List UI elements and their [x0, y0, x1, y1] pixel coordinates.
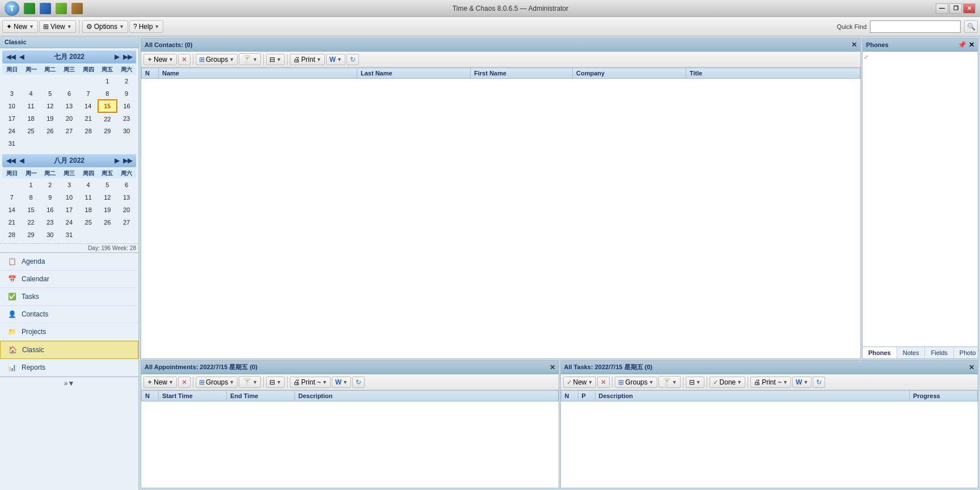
july-day-7[interactable]: 7 — [79, 87, 98, 100]
tasks-groups-button[interactable]: ⊞ Groups ▼ — [615, 377, 657, 388]
aug-day-6[interactable]: 6 — [117, 179, 136, 191]
appt-new-button[interactable]: ✦ New ▼ — [143, 377, 177, 388]
appt-print-button[interactable]: 🖨 Print ~ ▼ — [290, 377, 331, 388]
phones-pin-icon[interactable]: 📌 — [958, 41, 966, 49]
appointments-panel-close[interactable]: ✕ — [550, 364, 555, 371]
view-menu-button[interactable]: ⊞ View ▼ — [39, 20, 76, 33]
july-day-10[interactable]: 10 — [2, 100, 22, 112]
sidebar-item-tasks[interactable]: ✅ Tasks — [0, 288, 138, 306]
appt-filter-button[interactable]: 🍸 ▼ — [239, 376, 261, 388]
aug-day-4[interactable]: 4 — [79, 179, 98, 191]
aug-day-1[interactable]: 1 — [22, 179, 41, 191]
tasks-word-button[interactable]: W ▼ — [792, 377, 812, 388]
aug-day-14[interactable]: 14 — [2, 204, 22, 216]
july-day-18[interactable]: 18 — [22, 112, 41, 125]
july-day-15[interactable]: 15 — [98, 100, 117, 112]
july-day-29[interactable]: 29 — [98, 125, 117, 137]
sidebar-item-contacts[interactable]: 👤 Contacts — [0, 306, 138, 323]
quick-find-button[interactable]: 🔍 — [964, 20, 978, 33]
aug-day-8[interactable]: 8 — [22, 191, 41, 204]
july-day-28[interactable]: 28 — [79, 125, 98, 137]
aug-day-11[interactable]: 11 — [79, 191, 98, 204]
july-day-20[interactable]: 20 — [60, 112, 79, 125]
aug-day-16[interactable]: 16 — [40, 204, 60, 216]
aug-day-27[interactable]: 27 — [117, 216, 136, 229]
contacts-filter-button[interactable]: 🍸 ▼ — [239, 53, 261, 65]
contacts-print-button[interactable]: 🖨 Print ▼ — [290, 54, 325, 65]
aug-day-10[interactable]: 10 — [60, 191, 79, 204]
july-day-24[interactable]: 24 — [2, 125, 22, 137]
contacts-refresh-button[interactable]: ↻ — [347, 54, 359, 65]
aug-day-17[interactable]: 17 — [60, 204, 79, 216]
sidebar-item-projects[interactable]: 📁 Projects — [0, 323, 138, 341]
quick-find-input[interactable] — [870, 20, 961, 33]
sidebar-item-agenda[interactable]: 📋 Agenda — [0, 253, 138, 271]
aug-day-20[interactable]: 20 — [117, 204, 136, 216]
aug-day-31[interactable]: 31 — [60, 229, 79, 241]
july-day-19[interactable]: 19 — [40, 112, 60, 125]
aug-day-26[interactable]: 26 — [98, 216, 117, 229]
july-day-25[interactable]: 25 — [22, 125, 41, 137]
july-day-2[interactable]: 2 — [117, 75, 136, 87]
aug-day-9[interactable]: 9 — [40, 191, 60, 204]
aug-day-30[interactable]: 30 — [40, 229, 60, 241]
tasks-refresh-button[interactable]: ↻ — [813, 377, 825, 388]
sidebar-item-reports[interactable]: 📊 Reports — [0, 359, 138, 377]
new-menu-button[interactable]: ✦ New ▼ — [2, 20, 38, 33]
july-day-31[interactable]: 31 — [2, 137, 22, 150]
contacts-groups-button[interactable]: ⊞ Groups ▼ — [196, 54, 238, 65]
close-button[interactable]: ✕ — [963, 3, 975, 14]
phones-tab-phones[interactable]: Phones — [863, 347, 897, 358]
contacts-delete-button[interactable]: ✕ — [178, 54, 191, 65]
sidebar-collapse-button[interactable]: » ▼ — [0, 377, 138, 390]
appt-refresh-button[interactable]: ↻ — [352, 377, 365, 388]
tasks-print-button[interactable]: 🖨 Print ~ ▼ — [750, 377, 791, 388]
appt-groups-button[interactable]: ⊞ Groups ▼ — [196, 377, 238, 388]
appt-layout-button[interactable]: ⊟ ▼ — [266, 377, 285, 388]
july-day-4[interactable]: 4 — [22, 87, 41, 100]
july-day-1[interactable]: 1 — [98, 75, 117, 87]
july-day-12[interactable]: 12 — [40, 100, 60, 112]
aug-fast-back-btn[interactable]: ◀◀ — [5, 157, 17, 164]
contacts-word-button[interactable]: W ▼ — [326, 54, 345, 65]
aug-back-btn[interactable]: ◀ — [18, 157, 26, 164]
july-day-13[interactable]: 13 — [60, 100, 79, 112]
july-day-14[interactable]: 14 — [79, 100, 98, 112]
july-day-30[interactable]: 30 — [117, 125, 136, 137]
options-menu-button[interactable]: ⚙ Options ▼ — [82, 20, 128, 33]
tasks-delete-button[interactable]: ✕ — [597, 377, 610, 388]
july-day-26[interactable]: 26 — [40, 125, 60, 137]
sidebar-item-classic[interactable]: 🏠 Classic — [0, 341, 138, 359]
aug-day-21[interactable]: 21 — [2, 216, 22, 229]
phones-close-icon[interactable]: ✕ — [969, 41, 974, 49]
july-day-17[interactable]: 17 — [2, 112, 22, 125]
aug-fast-fwd-btn[interactable]: ▶▶ — [121, 157, 134, 164]
july-back-btn[interactable]: ◀ — [18, 53, 26, 61]
aug-day-13[interactable]: 13 — [117, 191, 136, 204]
july-day-5[interactable]: 5 — [40, 87, 60, 100]
aug-day-22[interactable]: 22 — [22, 216, 41, 229]
aug-day-29[interactable]: 29 — [22, 229, 41, 241]
tasks-layout-button[interactable]: ⊟ ▼ — [686, 377, 704, 388]
july-fwd-btn[interactable]: ▶ — [113, 53, 121, 61]
tasks-panel-close[interactable]: ✕ — [969, 364, 974, 371]
phones-tab-fields[interactable]: Fields — [925, 347, 953, 358]
july-day-23[interactable]: 23 — [117, 112, 136, 125]
contacts-panel-close[interactable]: ✕ — [851, 41, 857, 49]
contacts-new-button[interactable]: ✦ New ▼ — [143, 54, 177, 65]
july-day-27[interactable]: 27 — [60, 125, 79, 137]
july-fast-fwd-btn[interactable]: ▶▶ — [121, 53, 134, 61]
july-day-21[interactable]: 21 — [79, 112, 98, 125]
aug-day-24[interactable]: 24 — [60, 216, 79, 229]
tasks-filter-button[interactable]: 🍸 ▼ — [658, 376, 681, 388]
aug-day-28[interactable]: 28 — [2, 229, 22, 241]
aug-day-5[interactable]: 5 — [98, 179, 117, 191]
july-day-16[interactable]: 16 — [117, 100, 136, 112]
july-day-11[interactable]: 11 — [22, 100, 41, 112]
july-fast-back-btn[interactable]: ◀◀ — [5, 53, 17, 61]
appt-delete-button[interactable]: ✕ — [178, 377, 191, 388]
july-day-6[interactable]: 6 — [60, 87, 79, 100]
july-day-9[interactable]: 9 — [117, 87, 136, 100]
july-day-22[interactable]: 22 — [98, 112, 117, 125]
aug-day-25[interactable]: 25 — [79, 216, 98, 229]
